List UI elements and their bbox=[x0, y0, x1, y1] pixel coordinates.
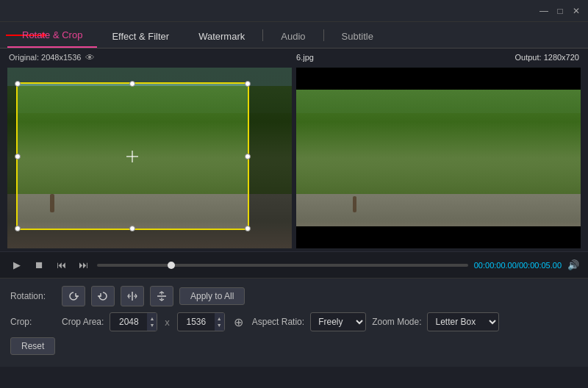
overlay-right bbox=[249, 82, 292, 231]
rotate-ccw-button[interactable] bbox=[62, 286, 85, 306]
reset-button[interactable]: Reset bbox=[10, 337, 55, 355]
crop-handle-mr[interactable] bbox=[245, 154, 251, 159]
crop-height-input[interactable] bbox=[178, 317, 215, 327]
volume-icon[interactable]: 🔊 bbox=[567, 259, 579, 270]
eye-icon[interactable]: 👁 bbox=[85, 52, 95, 63]
rotation-label: Rotation: bbox=[10, 291, 56, 301]
controls-panel: Rotation: bbox=[0, 278, 588, 367]
tab-subtitle[interactable]: Subtitle bbox=[327, 26, 388, 48]
timeline-bar: ▶ ⏹ ⏮ ⏭ 00:00:00.00/00:00:05.00 🔊 bbox=[0, 251, 588, 278]
crop-width-down[interactable]: ▼ bbox=[147, 322, 157, 328]
right-figure bbox=[353, 196, 356, 212]
zoom-mode-select[interactable]: Letter Box Pan & Scan Full bbox=[427, 312, 499, 331]
rotate-cw-button[interactable] bbox=[91, 286, 115, 306]
crop-row: Crop: Crop Area: ▲ ▼ x ▲ ▼ ⊕ Aspect Rati… bbox=[10, 312, 578, 331]
crop-height-up[interactable]: ▲ bbox=[215, 315, 224, 322]
original-size-label: Original: 2048x1536 bbox=[9, 53, 81, 62]
right-preview-image bbox=[296, 68, 581, 248]
center-cross bbox=[126, 151, 138, 162]
preview-info-bar: Original: 2048x1536 👁 6.jpg Output: 1280… bbox=[0, 48, 588, 66]
maximize-button[interactable]: □ bbox=[554, 5, 566, 17]
file-name-label: 6.jpg bbox=[296, 53, 314, 62]
crop-handle-tc[interactable] bbox=[129, 81, 135, 87]
crop-width-up[interactable]: ▲ bbox=[147, 315, 157, 322]
crop-width-arrows: ▲ ▼ bbox=[147, 313, 157, 331]
tab-watermark[interactable]: Watermark bbox=[184, 26, 259, 48]
left-video-panel bbox=[7, 68, 292, 248]
crop-height-down[interactable]: ▼ bbox=[215, 322, 224, 328]
play-button[interactable]: ▶ bbox=[9, 257, 25, 273]
crop-box[interactable] bbox=[16, 82, 249, 231]
aspect-ratio-select[interactable]: Freely 16:9 4:3 1:1 Custom bbox=[310, 312, 366, 331]
apply-to-all-button[interactable]: Apply to All bbox=[179, 287, 245, 305]
crop-height-arrows: ▲ ▼ bbox=[215, 313, 224, 331]
prev-frame-button[interactable]: ⏮ bbox=[53, 257, 69, 273]
preview-info-left: Original: 2048x1536 👁 bbox=[9, 52, 95, 63]
timeline-track[interactable] bbox=[97, 264, 468, 267]
tab-audio[interactable]: Audio bbox=[266, 26, 320, 48]
crop-width-input[interactable] bbox=[110, 317, 147, 327]
close-button[interactable]: ✕ bbox=[570, 5, 582, 17]
flip-v-button[interactable] bbox=[150, 286, 173, 306]
tabs-row: ▶ Rotate & Crop Effect & Filter Watermar… bbox=[0, 22, 588, 48]
right-vegetation bbox=[296, 86, 581, 195]
output-size-label: Output: 1280x720 bbox=[515, 53, 579, 62]
main-content: Original: 2048x1536 👁 6.jpg Output: 1280… bbox=[0, 48, 588, 388]
tab-rotate-crop[interactable]: Rotate & Crop bbox=[7, 25, 97, 48]
crop-handle-ml[interactable] bbox=[15, 154, 21, 159]
zoom-mode-label: Zoom Mode: bbox=[372, 317, 421, 327]
crop-x-separator: x bbox=[163, 317, 171, 328]
rotation-row: Rotation: bbox=[10, 286, 578, 306]
title-bar: — □ ✕ bbox=[0, 0, 588, 22]
crop-width-input-wrap: ▲ ▼ bbox=[110, 312, 157, 331]
right-bar-bottom bbox=[296, 226, 581, 248]
timeline-playhead[interactable] bbox=[168, 262, 175, 269]
video-panels bbox=[0, 66, 588, 251]
crop-height-input-wrap: ▲ ▼ bbox=[177, 312, 225, 331]
next-frame-button[interactable]: ⏭ bbox=[75, 257, 91, 273]
right-video-panel bbox=[296, 68, 581, 248]
crop-area-label: Crop Area: bbox=[62, 317, 104, 327]
tab-divider-2 bbox=[323, 29, 324, 41]
crop-center-button[interactable]: ⊕ bbox=[231, 315, 246, 329]
crop-handle-bl[interactable] bbox=[15, 226, 21, 231]
stop-button[interactable]: ⏹ bbox=[31, 257, 47, 273]
tab-effect-filter[interactable]: Effect & Filter bbox=[97, 26, 184, 48]
time-display: 00:00:00.00/00:00:05.00 bbox=[474, 261, 562, 270]
crop-handle-tr[interactable] bbox=[245, 81, 251, 87]
flip-h-button[interactable] bbox=[121, 286, 144, 306]
minimize-button[interactable]: — bbox=[538, 5, 550, 17]
overlay-bottom bbox=[7, 230, 292, 248]
overlay-top bbox=[7, 68, 292, 82]
tab-divider-1 bbox=[262, 29, 263, 41]
aspect-ratio-label: Aspect Ratio: bbox=[252, 317, 304, 327]
crop-handle-tl[interactable] bbox=[15, 81, 21, 87]
reset-row: Reset bbox=[10, 337, 578, 355]
crop-label: Crop: bbox=[10, 317, 56, 327]
right-bar-top bbox=[296, 68, 581, 90]
